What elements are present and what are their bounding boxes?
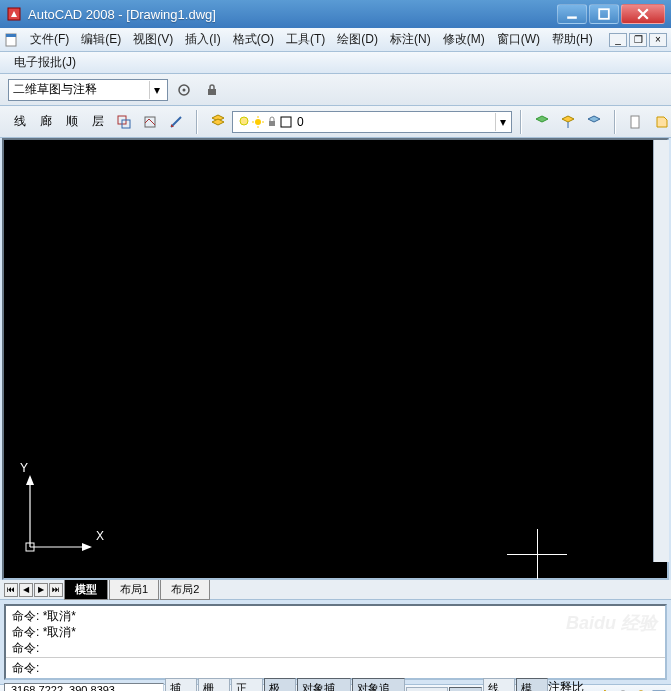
ucs-icon: Y X xyxy=(20,467,100,560)
menu-format[interactable]: 格式(O) xyxy=(227,29,280,50)
color-swatch-icon xyxy=(279,115,293,129)
workspace-settings-button[interactable] xyxy=(172,78,196,102)
toolbar-separator xyxy=(196,110,198,134)
annotation-visibility-icon[interactable] xyxy=(615,688,631,692)
app-icon xyxy=(6,6,22,22)
command-window: 命令: *取消* 命令: *取消* 命令: 命令: xyxy=(4,604,667,680)
status-annoscale-label: 注释比例 xyxy=(548,679,596,692)
command-history-line: 命令: *取消* xyxy=(12,624,659,640)
menu-tools[interactable]: 工具(T) xyxy=(280,29,331,50)
svg-rect-4 xyxy=(6,34,16,37)
menubar: 文件(F) 编辑(E) 视图(V) 插入(I) 格式(O) 工具(T) 绘图(D… xyxy=(0,28,671,52)
tab-layout2[interactable]: 布局2 xyxy=(160,579,210,600)
svg-marker-25 xyxy=(82,543,92,551)
layer-tool-1[interactable]: 线 xyxy=(8,110,32,134)
document-icon xyxy=(4,32,20,48)
menubar-row2: 电子报批(J) xyxy=(0,52,671,74)
workspace-combo[interactable]: ▾ xyxy=(8,79,168,101)
close-button[interactable] xyxy=(621,4,665,24)
window-titlebar: AutoCAD 2008 - [Drawing1.dwg] xyxy=(0,0,671,28)
mdi-restore-button[interactable]: ❐ xyxy=(629,33,647,47)
maximize-button[interactable] xyxy=(589,4,619,24)
layer-state-button[interactable] xyxy=(530,110,554,134)
menu-approve[interactable]: 电子报批(J) xyxy=(8,52,82,73)
menu-edit[interactable]: 编辑(E) xyxy=(75,29,127,50)
svg-rect-7 xyxy=(208,89,216,95)
tab-model[interactable]: 模型 xyxy=(64,579,108,600)
svg-rect-26 xyxy=(26,543,34,551)
layer-tool-7[interactable] xyxy=(164,110,188,134)
statusbar: 3168.7222, 390.8393 , 0.0000 捕捉 栅格 正交 极轴… xyxy=(0,684,671,691)
ucs-x-label: X xyxy=(96,529,104,543)
menu-window[interactable]: 窗口(W) xyxy=(491,29,546,50)
command-history[interactable]: 命令: *取消* 命令: *取消* 命令: xyxy=(6,606,665,658)
layout-tabs: ⏮ ◀ ▶ ⏭ 模型 布局1 布局2 xyxy=(0,580,671,600)
drawing-canvas[interactable]: Y X xyxy=(2,138,669,580)
svg-rect-2 xyxy=(599,9,609,19)
svg-rect-17 xyxy=(269,121,275,126)
status-model[interactable]: 模型 xyxy=(516,678,548,692)
lock-ui-icon[interactable] xyxy=(633,688,649,692)
layer-tool-5[interactable] xyxy=(112,110,136,134)
status-otrack[interactable]: 对象追踪 xyxy=(352,678,406,692)
toolbar-separator xyxy=(614,110,616,134)
dropdown-arrow-icon[interactable]: ▾ xyxy=(149,81,163,99)
status-coordinates[interactable]: 3168.7222, 390.8393 , 0.0000 xyxy=(4,683,164,692)
menu-draw[interactable]: 绘图(D) xyxy=(331,29,384,50)
menu-insert[interactable]: 插入(I) xyxy=(179,29,226,50)
minimize-button[interactable] xyxy=(557,4,587,24)
status-osnap[interactable]: 对象捕捉 xyxy=(297,678,351,692)
layer-combo[interactable]: 0 ▾ xyxy=(232,111,512,133)
status-polar[interactable]: 极轴 xyxy=(264,678,296,692)
svg-marker-23 xyxy=(26,475,34,485)
svg-rect-18 xyxy=(281,117,291,127)
tool-btn-a[interactable] xyxy=(624,110,648,134)
mdi-close-button[interactable]: × xyxy=(649,33,667,47)
menu-help[interactable]: 帮助(H) xyxy=(546,29,599,50)
menu-dimension[interactable]: 标注(N) xyxy=(384,29,437,50)
tab-nav-last[interactable]: ⏭ xyxy=(49,583,63,597)
svg-point-6 xyxy=(183,88,186,91)
tab-nav-next[interactable]: ▶ xyxy=(34,583,48,597)
status-grid[interactable]: 栅格 xyxy=(198,678,230,692)
command-input[interactable] xyxy=(41,661,659,675)
menu-file[interactable]: 文件(F) xyxy=(24,29,75,50)
menu-view[interactable]: 视图(V) xyxy=(127,29,179,50)
layer-tool-3[interactable]: 顺 xyxy=(60,110,84,134)
svg-point-11 xyxy=(240,117,248,125)
layer-tool-2[interactable]: 廊 xyxy=(34,110,58,134)
workspace-lock-button[interactable] xyxy=(200,78,224,102)
toolbar-layers: 线 廊 顺 层 0 ▾ xyxy=(0,106,671,138)
layer-previous-button[interactable] xyxy=(582,110,606,134)
command-prompt: 命令: xyxy=(12,660,39,677)
status-ducs[interactable]: DUCS xyxy=(406,687,447,692)
sun-icon xyxy=(251,115,265,129)
tool-btn-b[interactable] xyxy=(650,110,671,134)
status-snap[interactable]: 捕捉 xyxy=(165,678,197,692)
status-lwt[interactable]: 线宽 xyxy=(483,678,515,692)
tab-nav-first[interactable]: ⏮ xyxy=(4,583,18,597)
workspace-input[interactable] xyxy=(13,83,149,97)
tab-layout1[interactable]: 布局1 xyxy=(109,579,159,600)
layer-tool-6[interactable] xyxy=(138,110,162,134)
layer-match-button[interactable] xyxy=(556,110,580,134)
ucs-y-label: Y xyxy=(20,461,28,475)
layer-name: 0 xyxy=(297,115,304,129)
command-history-line: 命令: xyxy=(12,640,659,656)
status-dyn[interactable]: DYN xyxy=(449,687,482,692)
svg-point-12 xyxy=(255,119,261,125)
command-history-line: 命令: *取消* xyxy=(12,608,659,624)
status-ortho[interactable]: 正交 xyxy=(231,678,263,692)
toolbar-workspace: ▾ xyxy=(0,74,671,106)
dropdown-arrow-icon[interactable]: ▾ xyxy=(495,113,509,131)
mdi-minimize-button[interactable]: _ xyxy=(609,33,627,47)
tab-nav-prev[interactable]: ◀ xyxy=(19,583,33,597)
layer-tool-4[interactable]: 层 xyxy=(86,110,110,134)
svg-rect-19 xyxy=(631,116,639,128)
command-input-row: 命令: xyxy=(6,658,665,678)
annotation-scale-icon[interactable] xyxy=(597,688,613,692)
vertical-scrollbar[interactable] xyxy=(653,140,669,562)
layer-properties-button[interactable] xyxy=(206,110,230,134)
menu-modify[interactable]: 修改(M) xyxy=(437,29,491,50)
clean-screen-icon[interactable] xyxy=(651,688,667,692)
